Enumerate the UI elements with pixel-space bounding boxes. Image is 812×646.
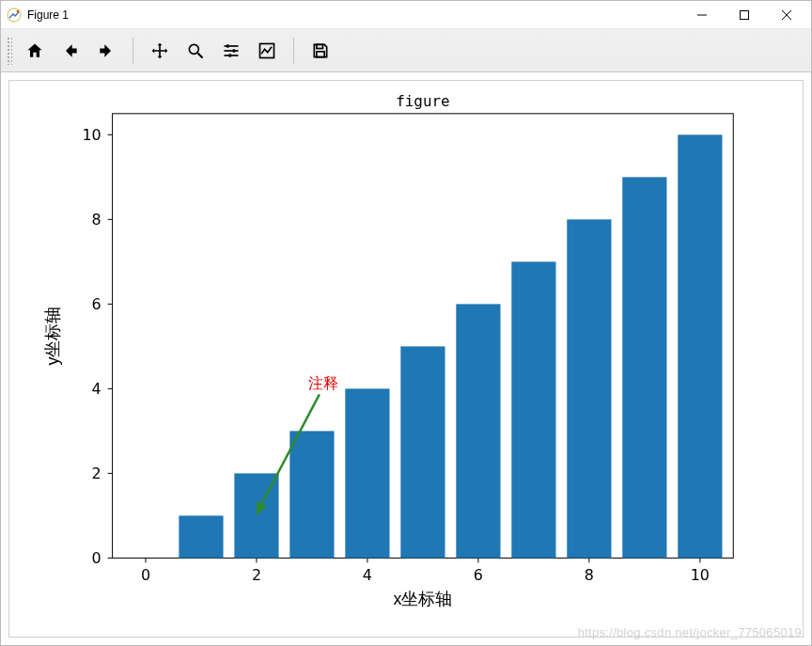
toolbar-separator [133, 38, 133, 64]
zoom-button[interactable] [179, 34, 212, 68]
x-axis-label: x坐标轴 [393, 590, 452, 608]
x-tick-label: 0 [141, 566, 150, 584]
home-button[interactable] [18, 34, 52, 68]
x-tick-label: 8 [585, 566, 594, 584]
toolbar-separator [293, 38, 294, 64]
svg-rect-3 [740, 10, 748, 19]
y-tick-label: 8 [92, 211, 102, 228]
window-controls [680, 1, 807, 28]
configure-button[interactable] [214, 34, 248, 68]
svg-rect-13 [229, 54, 232, 56]
y-tick-label: 10 [82, 126, 101, 144]
bar [678, 134, 722, 558]
toolbar [1, 29, 811, 72]
forward-button[interactable] [89, 34, 123, 68]
minimize-button[interactable] [680, 1, 723, 28]
bar [345, 388, 389, 558]
y-tick-label: 2 [92, 465, 102, 482]
chart-svg: figure02468100246810x坐标轴y坐标轴注释 [9, 81, 803, 637]
save-button[interactable] [304, 34, 337, 68]
svg-point-1 [17, 9, 20, 12]
svg-rect-15 [317, 44, 323, 48]
x-tick-label: 10 [691, 566, 710, 584]
chart-title: figure [396, 92, 449, 110]
x-tick-label: 2 [252, 566, 261, 584]
canvas-inner[interactable]: figure02468100246810x坐标轴y坐标轴注释 [8, 80, 804, 638]
bar [400, 346, 445, 558]
maximize-button[interactable] [723, 1, 765, 28]
svg-rect-11 [233, 49, 236, 52]
y-axis-label: y坐标轴 [43, 307, 62, 366]
svg-rect-16 [317, 51, 324, 56]
y-tick-label: 0 [92, 549, 102, 567]
y-tick-label: 4 [92, 380, 102, 398]
bar [456, 304, 500, 558]
svg-line-7 [198, 53, 203, 57]
bar [289, 431, 334, 558]
bar [567, 219, 611, 558]
x-tick-label: 4 [363, 566, 372, 584]
svg-point-6 [189, 44, 198, 54]
toolbar-grip[interactable] [7, 37, 12, 65]
bar [511, 261, 555, 558]
canvas-area: figure02468100246810x坐标轴y坐标轴注释 https://b… [1, 72, 811, 645]
svg-rect-9 [226, 44, 229, 47]
bar [622, 177, 666, 558]
back-button[interactable] [54, 34, 87, 68]
figure-window: Figure 1 [0, 0, 812, 646]
window-title: Figure 1 [27, 8, 680, 22]
edit-button[interactable] [250, 34, 284, 68]
watermark: https://blog.csdn.net/jocker_775065019 [578, 625, 802, 639]
bar [179, 515, 223, 558]
y-tick-label: 6 [92, 295, 102, 313]
x-tick-label: 6 [474, 566, 483, 584]
pan-button[interactable] [143, 34, 177, 68]
app-icon [7, 8, 22, 23]
titlebar[interactable]: Figure 1 [1, 1, 811, 29]
annotation-text: 注释 [308, 375, 338, 391]
close-button[interactable] [765, 1, 807, 28]
